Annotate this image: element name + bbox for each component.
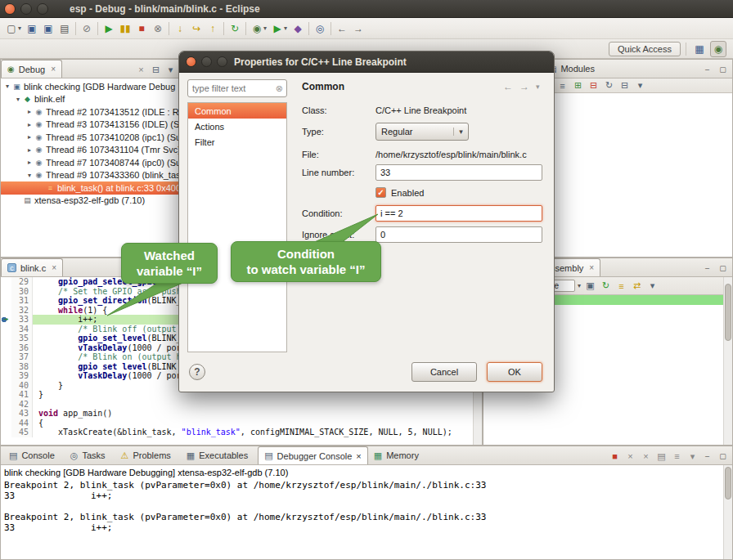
back-icon[interactable]: ←	[334, 20, 350, 37]
view-menu-icon[interactable]: ▾	[633, 79, 647, 92]
type-select[interactable]: Regular ▾	[375, 123, 469, 141]
breakpoint-marker-icon[interactable]	[1, 343, 11, 353]
help-button[interactable]: ?	[189, 364, 205, 380]
terminate-icon[interactable]: ■	[133, 20, 150, 37]
disassembly-line[interactable]: 38 gpio_set_level(BLINK_GPIO, 1);	[483, 399, 732, 409]
breakpoint-marker-icon[interactable]	[1, 277, 11, 287]
dialog-maximize-icon[interactable]	[217, 56, 227, 67]
restore-groups-icon[interactable]: ↻	[602, 79, 616, 92]
code-line[interactable]: 45 xTaskCreate(&blink_task, "blink_task"…	[1, 428, 482, 437]
disassembly-line[interactable]: 39 vTaskDelay(1000 / portTICK_PERIOD_MS)…	[483, 437, 732, 446]
tree-expand-icon[interactable]: ▾	[14, 96, 22, 103]
tab-close-icon[interactable]: ×	[356, 451, 361, 461]
tree-item-thread-7[interactable]: ▸ ◉ Thread #7 1073408744 (ipc0) (Susp	[1, 156, 181, 169]
new-dropdown-icon[interactable]: ▾	[16, 20, 24, 37]
condition-input[interactable]	[375, 205, 542, 222]
pin-console-icon[interactable]: ▾	[686, 450, 699, 463]
breakpoint-marker-icon[interactable]	[1, 352, 11, 362]
tree-item-thread-6[interactable]: ▸ ◉ Thread #6 1073431104 (Tmr Svc) (S	[1, 144, 181, 157]
minimize-icon[interactable]: ‒	[701, 63, 713, 75]
tree-expand-icon[interactable]: ▾	[25, 172, 34, 179]
quick-access-button[interactable]: Quick Access	[609, 42, 681, 56]
scrollbar-thumb[interactable]	[725, 284, 731, 341]
breakpoint-marker-icon[interactable]: →	[1, 315, 11, 325]
restart-icon[interactable]: ↻	[227, 20, 243, 37]
tab-debug[interactable]: ◉ Debug ×	[1, 60, 62, 78]
tab-debugger-console[interactable]: ▤ Debugger Console ×	[258, 446, 368, 464]
debug-perspective-icon[interactable]: ◉	[710, 41, 726, 57]
collapse-all-icon[interactable]: ⊟	[618, 79, 632, 92]
run-dropdown-icon[interactable]: ▾	[281, 20, 290, 37]
goto-pc-icon[interactable]: ▣	[583, 280, 597, 293]
scroll-lock-icon[interactable]: ≡	[670, 450, 684, 463]
remove-launch-icon[interactable]: ×	[623, 450, 637, 463]
location-dropdown-icon[interactable]: ▾	[578, 282, 581, 289]
dialog-minimize-icon[interactable]	[201, 56, 212, 67]
step-into-icon[interactable]: ↓	[172, 20, 188, 37]
tab-close-icon[interactable]: ×	[589, 263, 594, 272]
tree-expand-icon[interactable]: ▸	[25, 159, 34, 166]
breakpoint-marker-icon[interactable]	[1, 371, 11, 381]
tree-item-thread-2[interactable]: ▸ ◉ Thread #2 1073413512 (IDLE : Runn	[1, 105, 181, 119]
tree-expand-icon[interactable]: ▸	[25, 108, 34, 115]
code-line[interactable]: 44 {	[1, 419, 482, 428]
search-icon[interactable]: ◎	[312, 20, 328, 37]
ok-button[interactable]: OK	[487, 362, 542, 382]
dialog-nav-filter[interactable]: Filter	[188, 134, 286, 150]
ignore-count-input[interactable]	[375, 226, 542, 243]
forward-icon[interactable]: →	[350, 20, 366, 37]
remove-register-group-icon[interactable]: ⊟	[587, 79, 600, 92]
dialog-nav-actions[interactable]: Actions	[188, 119, 286, 134]
disassembly-line[interactable]: 400dbc3e: movi.n a10, 4	[483, 418, 732, 428]
tab-close-icon[interactable]: ×	[51, 65, 56, 74]
save-icon[interactable]: ▣	[24, 20, 40, 37]
skip-breakpoints-icon[interactable]: ⊘	[79, 20, 95, 37]
breakpoint-marker-icon[interactable]	[1, 296, 11, 306]
tree-item-thread-3[interactable]: ▸ ◉ Thread #3 1073413156 (IDLE) (Susp	[1, 119, 181, 132]
minimize-icon[interactable]: ‒	[701, 450, 713, 462]
view-menu-icon[interactable]: ▾	[164, 63, 178, 76]
view-menu-icon[interactable]: ▾	[536, 81, 540, 92]
suspend-icon[interactable]: ▮▮	[117, 20, 133, 37]
print-icon[interactable]: ▤	[56, 20, 73, 37]
breakpoint-marker-icon[interactable]	[1, 400, 11, 410]
tree-item-gdb[interactable]: ▤ xtensa-esp32-elf-gdb (7.10)	[1, 195, 181, 208]
console-body[interactable]: blink checking [GDB Hardware Debugging] …	[1, 465, 732, 560]
step-return-icon[interactable]: ↑	[205, 20, 221, 37]
forward-icon[interactable]: →	[519, 81, 529, 92]
step-over-icon[interactable]: ↪	[188, 20, 205, 37]
open-perspective-icon[interactable]: ▦	[691, 41, 708, 57]
tab-blink-c[interactable]: c blink.c ×	[1, 258, 63, 276]
tab-close-icon[interactable]: ×	[52, 263, 56, 272]
window-minimize-icon[interactable]	[20, 3, 32, 15]
scrollbar-thumb[interactable]	[725, 467, 731, 500]
tree-expand-icon[interactable]: ▸	[25, 121, 34, 128]
breakpoint-marker-icon[interactable]	[1, 287, 11, 297]
dialog-nav-common[interactable]: Common	[188, 103, 286, 119]
debug-dropdown-icon[interactable]: ▾	[261, 20, 269, 37]
breakpoint-marker-icon[interactable]	[1, 334, 11, 343]
remove-terminated-icon[interactable]: ×	[134, 63, 148, 76]
tree-expand-icon[interactable]: ▸	[25, 146, 34, 154]
maximize-icon[interactable]: ▢	[717, 63, 729, 75]
tab-console[interactable]: ▤ Console	[3, 446, 65, 464]
breakpoint-marker-icon[interactable]	[1, 381, 11, 391]
breakpoint-marker-icon[interactable]	[1, 325, 11, 334]
show-type-names-icon[interactable]: ≡	[555, 79, 569, 92]
view-menu-icon[interactable]: ▾	[645, 280, 659, 293]
tab-tasks[interactable]: ◎ Tasks	[65, 446, 115, 464]
code-line[interactable]: 43 void app_main()	[1, 409, 482, 419]
external-tools-icon[interactable]: ◆	[290, 20, 306, 37]
breakpoint-marker-icon[interactable]	[1, 419, 11, 428]
tree-item-stack-frame[interactable]: ≡ blink_task() at blink.c:33 0x400db	[1, 181, 181, 195]
clear-filter-icon[interactable]: ⊗	[276, 83, 286, 94]
tree-item-thread-9[interactable]: ▾ ◉ Thread #9 1073433360 (blink_task	[1, 169, 181, 182]
maximize-icon[interactable]: ▢	[717, 450, 729, 462]
tree-item-binary[interactable]: ▾ ◆ blink.elf	[1, 93, 181, 106]
line-number-input[interactable]	[375, 164, 542, 181]
cancel-button[interactable]: Cancel	[411, 362, 477, 382]
save-all-icon[interactable]: ▣	[40, 20, 56, 37]
back-icon[interactable]: ←	[503, 81, 513, 92]
tree-item-thread-5[interactable]: ▸ ◉ Thread #5 1073410208 (ipc1) (Susp	[1, 131, 181, 144]
tab-problems[interactable]: ⚠ Problems	[115, 446, 181, 464]
